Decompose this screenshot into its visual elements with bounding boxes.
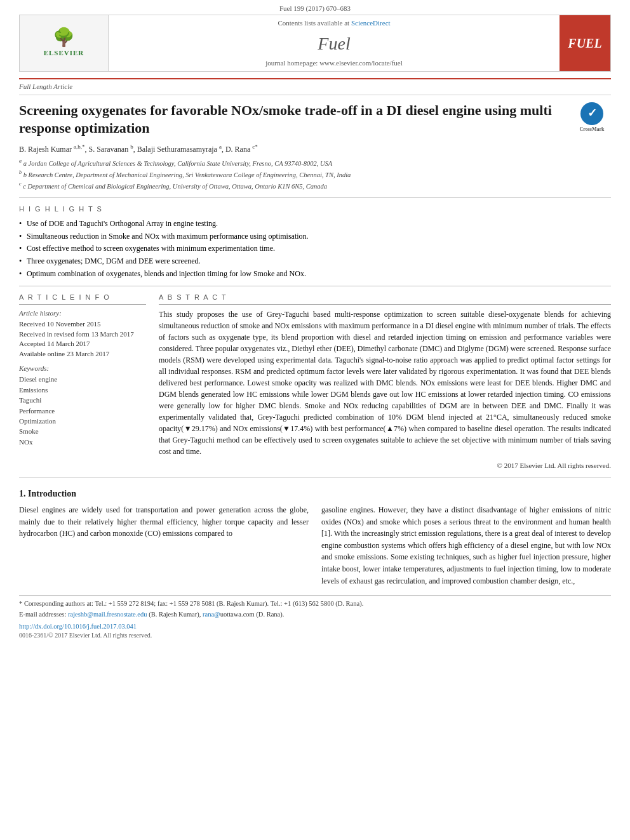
highlight-item-2: Simultaneous reduction in Smoke and NOx …	[19, 231, 611, 242]
section-title-intro: 1. Introduction	[19, 488, 611, 500]
highlight-item-3: Cost effective method to screen oxygenat…	[19, 243, 611, 254]
fuel-logo: FUEL	[568, 34, 601, 52]
article-info-header: A R T I C L E I N F O	[19, 293, 146, 305]
science-direct-link[interactable]: ScienceDirect	[351, 19, 391, 27]
elsevier-tree-icon: 🌳	[53, 29, 75, 46]
affiliation-a: a a Jordan College of Agricultural Scien…	[19, 157, 611, 168]
journal-center: Contents lists available at ScienceDirec…	[109, 15, 560, 71]
intro-body: Diesel engines are widely used for trans…	[19, 504, 611, 587]
crossmark-badge: ✓ CrossMark	[573, 102, 611, 133]
keyword-1: Diesel engine	[19, 375, 146, 384]
journal-title: Fuel	[318, 31, 350, 56]
article-type: Full Length Article	[19, 78, 611, 95]
available-date: Available online 23 March 2017	[19, 349, 146, 359]
elsevier-logo: 🌳 ELSEVIER	[20, 15, 109, 71]
crossmark-icon: ✓	[580, 102, 603, 125]
crossmark-label: CrossMark	[580, 126, 605, 133]
accepted-date: Accepted 14 March 2017	[19, 339, 146, 349]
intro-left-col: Diesel engines are widely used for trans…	[19, 504, 309, 587]
main-content: Full Length Article Screening oxygenates…	[0, 78, 630, 640]
corresponding-footnote: * Corresponding authors at: Tel.: +1 559…	[19, 599, 611, 609]
keyword-4: Performance	[19, 406, 146, 416]
authors-line: B. Rajesh Kumar a,b,*, S. Saravanan b, B…	[19, 143, 611, 155]
abstract-header: A B S T R A C T	[159, 293, 611, 305]
fuel-logo-box: FUEL	[560, 15, 610, 71]
journal-homepage: journal homepage: www.elsevier.com/locat…	[265, 58, 403, 68]
divider-1	[19, 197, 611, 198]
keyword-7: NOx	[19, 437, 146, 447]
keyword-6: Smoke	[19, 427, 146, 436]
revised-date: Received in revised form 13 March 2017	[19, 330, 146, 339]
abstract-text: This study proposes the use of Grey-Tagu…	[159, 309, 611, 457]
highlight-item-4: Three oxygenates; DMC, DGM and DEE were …	[19, 256, 611, 267]
divider-3	[19, 477, 611, 477]
article-info-col: A R T I C L E I N F O Article history: R…	[19, 293, 146, 471]
email-link-2[interactable]: rana@	[203, 611, 220, 618]
keywords-label: Keywords:	[19, 364, 146, 373]
highlights-section: H I G H L I G H T S Use of DOE and Taguc…	[19, 204, 611, 279]
science-direct-line: Contents lists available at ScienceDirec…	[278, 18, 390, 28]
elsevier-label: ELSEVIER	[44, 48, 84, 58]
highlight-item-5: Optimum combination of oxygenates, blend…	[19, 269, 611, 279]
email-link-1[interactable]: rajeshb@mail.fresnostate.edu	[68, 611, 147, 618]
copyright-line: © 2017 Elsevier Ltd. All rights reserved…	[159, 461, 611, 470]
received-date: Received 10 November 2015	[19, 319, 146, 329]
highlight-item-1: Use of DOE and Taguchi's Orthogonal Arra…	[19, 218, 611, 229]
keyword-3: Taguchi	[19, 396, 146, 405]
doi-link[interactable]: http://dx.doi.org/10.1016/j.fuel.2017.03…	[19, 623, 137, 630]
affiliation-c: c c Department of Chemical and Biologica…	[19, 180, 611, 191]
affiliation-b: b b Research Centre, Department of Mecha…	[19, 169, 611, 180]
history-label: Article history:	[19, 309, 146, 318]
abstract-col: A B S T R A C T This study proposes the …	[159, 293, 611, 471]
keywords-group: Keywords: Diesel engine Emissions Taguch…	[19, 364, 146, 447]
highlights-header: H I G H L I G H T S	[19, 204, 611, 214]
article-history: Article history: Received 10 November 20…	[19, 309, 146, 359]
doi-line: http://dx.doi.org/10.1016/j.fuel.2017.03…	[19, 622, 611, 632]
intro-left-para: Diesel engines are widely used for trans…	[19, 504, 309, 540]
introduction-section: 1. Introduction Diesel engines are widel…	[19, 488, 611, 587]
article-title: Screening oxygenates for favorable NOx/s…	[19, 102, 611, 138]
journal-citation: Fuel 199 (2017) 670–683	[0, 0, 630, 15]
keyword-2: Emissions	[19, 385, 146, 395]
info-abstract-section: A R T I C L E I N F O Article history: R…	[19, 293, 611, 471]
issn-line: 0016-2361/© 2017 Elsevier Ltd. All right…	[19, 631, 611, 640]
email-footnote: E-mail addresses: rajeshb@mail.fresnosta…	[19, 610, 611, 620]
intro-right-col: gasoline engines. However, they have a d…	[321, 504, 611, 587]
intro-right-para: gasoline engines. However, they have a d…	[321, 504, 611, 587]
keywords-list: Diesel engine Emissions Taguchi Performa…	[19, 375, 146, 447]
keyword-5: Optimization	[19, 417, 146, 426]
journal-header: 🌳 ELSEVIER Contents lists available at S…	[19, 15, 611, 72]
divider-2	[19, 286, 611, 286]
footnotes-area: * Corresponding authors at: Tel.: +1 559…	[19, 596, 611, 640]
